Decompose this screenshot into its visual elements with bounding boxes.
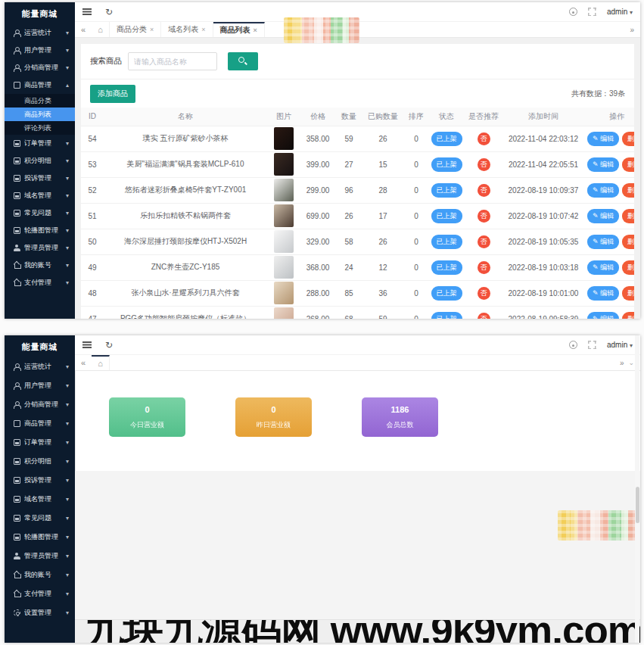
sidebar-item[interactable]: 支付管理▾	[5, 274, 75, 291]
fullscreen-icon[interactable]	[588, 8, 596, 16]
edit-button[interactable]: ✎ 编辑	[587, 286, 619, 301]
sidebar-item[interactable]: 我的账号▾	[5, 566, 75, 584]
refresh-icon[interactable]: ↻	[105, 7, 113, 17]
sidebar-item[interactable]: 域名管理▾	[5, 187, 75, 204]
delete-button[interactable]: 删除	[622, 260, 634, 275]
product-thumbnail	[274, 153, 294, 176]
product-thumbnail	[274, 204, 294, 227]
tabs-scroll-left[interactable]: «	[75, 22, 92, 37]
recommend-badge[interactable]: 否	[478, 287, 490, 300]
tab[interactable]: 域名列表×	[161, 22, 213, 37]
stat-card[interactable]: 0昨日营业额	[235, 397, 312, 437]
recommend-badge[interactable]: 否	[478, 184, 490, 197]
menu-collapse-icon[interactable]	[82, 341, 92, 348]
status-badge[interactable]: 已上架	[431, 183, 462, 198]
chevron-down-icon: ▾	[66, 64, 69, 71]
chevron-down-icon: ▾	[66, 279, 69, 286]
stat-card[interactable]: 1186会员总数	[362, 397, 438, 437]
sidebar-item[interactable]: 分销商管理▾	[5, 59, 75, 76]
sidebar-item[interactable]: 运营统计▾	[5, 357, 75, 376]
stat-label: 会员总数	[362, 420, 438, 430]
status-badge[interactable]: 已上架	[431, 132, 462, 146]
add-product-button[interactable]: 添加商品	[90, 85, 135, 103]
recommend-badge[interactable]: 否	[478, 235, 490, 248]
sidebar-item[interactable]: 轮播图管理▾	[5, 528, 75, 547]
status-badge[interactable]: 已上架	[431, 209, 462, 223]
delete-button[interactable]: 删除	[622, 312, 634, 319]
search-button[interactable]	[228, 52, 258, 70]
tabs-scroll-left[interactable]: «	[75, 355, 92, 370]
tabs-scroll-right[interactable]: »	[620, 359, 624, 367]
stat-card[interactable]: 0今日营业额	[109, 397, 185, 437]
close-icon[interactable]: ×	[201, 26, 205, 33]
edit-button[interactable]: ✎ 编辑	[587, 132, 619, 146]
sidebar-item[interactable]: 常见问题▾	[5, 204, 75, 222]
edit-button[interactable]: ✎ 编辑	[587, 157, 619, 172]
delete-button[interactable]: 删除	[622, 286, 634, 301]
sidebar-item[interactable]: 管理员管理▾	[5, 239, 75, 257]
message-icon[interactable]	[569, 8, 577, 16]
sidebar-item[interactable]: 投诉管理▾	[5, 170, 75, 187]
recommend-badge[interactable]: 否	[478, 210, 490, 223]
delete-button[interactable]: 删除	[622, 209, 634, 223]
chevron-down-icon[interactable]: ⌄	[628, 359, 634, 366]
sidebar-subitem[interactable]: 商品列表	[5, 108, 75, 121]
recommend-badge[interactable]: 否	[478, 158, 490, 171]
sidebar-item[interactable]: 运营统计▾	[5, 24, 75, 42]
sidebar-item[interactable]: 商品管理▴	[5, 76, 75, 94]
scrollbar-thumb[interactable]	[636, 487, 639, 523]
sidebar-subitem[interactable]: 评论列表	[5, 121, 75, 135]
sidebar-item[interactable]: 用户管理▾	[5, 42, 75, 59]
delete-button[interactable]: 删除	[622, 235, 634, 249]
sidebar-item[interactable]: 订单管理▾	[5, 433, 75, 452]
status-badge[interactable]: 已上架	[431, 312, 462, 319]
recommend-badge[interactable]: 否	[478, 313, 490, 319]
edit-button[interactable]: ✎ 编辑	[587, 312, 619, 319]
edit-button[interactable]: ✎ 编辑	[587, 235, 619, 249]
recommend-badge[interactable]: 否	[478, 132, 490, 145]
sidebar-item[interactable]: 订单管理▾	[5, 135, 75, 152]
sidebar-item[interactable]: 域名管理▾	[5, 490, 75, 509]
sidebar-item[interactable]: 分销商管理▾	[5, 395, 75, 414]
sidebar-item[interactable]: 支付管理▾	[5, 584, 75, 603]
home-tab[interactable]: ⌂	[92, 22, 110, 37]
delete-button[interactable]: 删除	[622, 157, 634, 172]
message-icon[interactable]	[569, 341, 577, 349]
tab[interactable]: 商品分类×	[110, 22, 161, 37]
sidebar-item[interactable]: 投诉管理▾	[5, 471, 75, 490]
home-tab[interactable]: ⌂	[92, 355, 110, 370]
edit-button[interactable]: ✎ 编辑	[587, 209, 619, 223]
fullscreen-icon[interactable]	[588, 341, 596, 349]
close-icon[interactable]: ×	[150, 26, 154, 33]
sidebar-item[interactable]: 我的账号▾	[5, 257, 75, 274]
sidebar-item[interactable]: 用户管理▾	[5, 376, 75, 395]
sidebar-item[interactable]: 设置管理▾	[5, 603, 75, 622]
edit-button[interactable]: ✎ 编辑	[587, 183, 619, 198]
pencil-icon: ✎	[593, 212, 600, 220]
search-input[interactable]	[128, 52, 217, 70]
sidebar-item[interactable]: 管理员管理▾	[5, 547, 75, 566]
close-icon[interactable]: ×	[254, 26, 257, 34]
status-badge[interactable]: 已上架	[431, 235, 462, 249]
tab[interactable]: 商品列表×	[213, 22, 265, 37]
recommend-badge[interactable]: 否	[478, 261, 490, 274]
sidebar-item[interactable]: 积分明细▾	[5, 452, 75, 471]
sidebar-item[interactable]: 积分明细▾	[5, 152, 75, 170]
tabs-scroll-right[interactable]: »	[630, 26, 634, 34]
delete-button[interactable]: 删除	[622, 183, 634, 198]
sidebar-item[interactable]: 轮播图管理▾	[5, 222, 75, 239]
chevron-down-icon: ▾	[66, 534, 69, 541]
sidebar-item[interactable]: 常见问题▾	[5, 509, 75, 528]
status-badge[interactable]: 已上架	[431, 157, 462, 172]
sidebar-item[interactable]: 商品管理▾	[5, 414, 75, 433]
menu-collapse-icon[interactable]	[82, 8, 92, 15]
cell-id: 54	[81, 126, 104, 151]
delete-button[interactable]: 删除	[622, 132, 634, 146]
refresh-icon[interactable]: ↻	[105, 340, 113, 351]
edit-button[interactable]: ✎ 编辑	[587, 260, 619, 275]
admin-dropdown[interactable]: admin ▾	[607, 8, 633, 16]
admin-dropdown[interactable]: admin ▾	[607, 341, 633, 349]
status-badge[interactable]: 已上架	[431, 260, 462, 275]
status-badge[interactable]: 已上架	[431, 286, 462, 301]
sidebar-subitem[interactable]: 商品分类	[5, 94, 75, 108]
